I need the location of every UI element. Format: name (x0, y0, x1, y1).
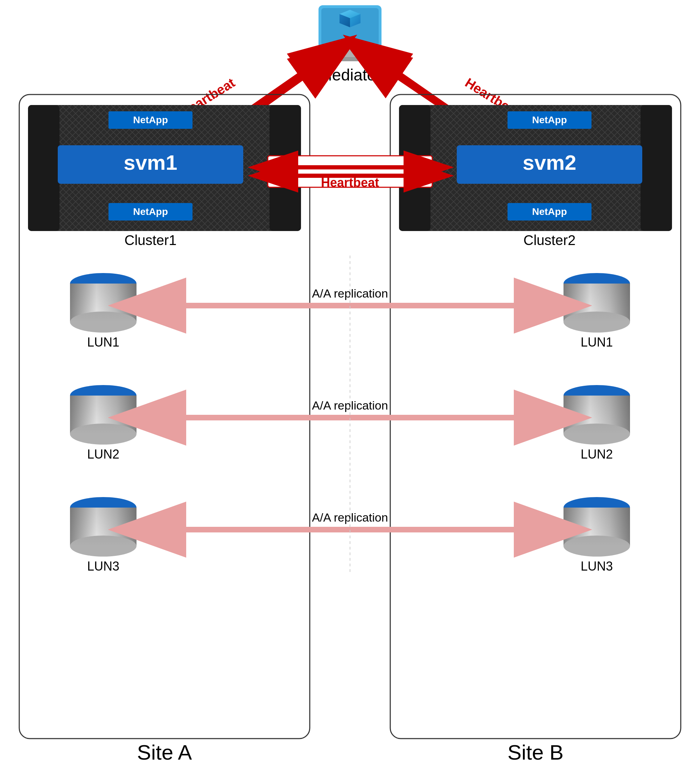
svg-rect-35 (70, 284, 136, 322)
site-b-label: Site B (507, 741, 564, 764)
svg-rect-26 (640, 105, 672, 231)
site-b-lun2-label: LUN2 (581, 447, 613, 461)
svg-text:NetApp: NetApp (532, 206, 567, 217)
svg-rect-8 (334, 57, 366, 61)
svg-rect-48 (564, 396, 630, 434)
svg-rect-18 (28, 105, 60, 231)
site-a-lun2-label: LUN2 (87, 447, 119, 461)
diagram-container: Mediator Heartbeat (0, 0, 700, 775)
svg-rect-52 (70, 507, 136, 546)
site-a-label: Site A (137, 741, 192, 764)
svg-rect-44 (70, 396, 136, 434)
heartbeat-center-label: Heartbeat (321, 175, 379, 190)
site-b-lun3-label: LUN3 (581, 559, 613, 574)
site-b-lun1-label: LUN1 (581, 335, 613, 349)
replication-label-2: A/A replication (312, 399, 388, 412)
svg-text:NetApp: NetApp (133, 115, 168, 125)
replication-label-3: A/A replication (312, 511, 388, 524)
cluster1-label: Cluster1 (125, 233, 177, 248)
svg-text:NetApp: NetApp (532, 115, 567, 125)
svg-text:NetApp: NetApp (133, 206, 168, 217)
mediator-label: Mediator (319, 66, 381, 84)
site-a-lun1-label: LUN1 (87, 335, 119, 349)
svm2-label: svm2 (522, 151, 576, 174)
site-a-lun3-label: LUN3 (87, 559, 119, 574)
svg-rect-38 (564, 284, 630, 322)
diagram-svg: Mediator Heartbeat (0, 0, 700, 775)
cluster2-label: Cluster2 (524, 233, 576, 248)
svm1-label: svm1 (123, 151, 177, 174)
svg-rect-7 (343, 49, 357, 58)
replication-label-1: A/A replication (312, 287, 388, 300)
svg-rect-56 (564, 507, 630, 546)
